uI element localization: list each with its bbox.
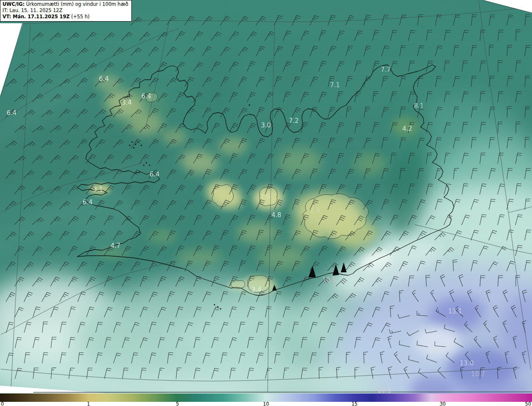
precipitation-colorbar <box>0 394 532 402</box>
colorbar-tick: 30 <box>440 401 446 406</box>
value-label: 4.8 <box>271 211 281 219</box>
lead-time-label: (+55 h) <box>70 14 90 20</box>
value-label: 4.7 <box>111 242 121 249</box>
value-label: 3.0 <box>261 122 271 129</box>
value-label: 7.2 <box>289 117 299 125</box>
weather-map-app: 6.46.43.46.43.07.27.77.18.14.23.16.46.44… <box>0 0 532 406</box>
colorbar-tick: 50 <box>525 401 531 406</box>
colorbar-tick: 0 <box>1 401 4 406</box>
value-label: 3.1 <box>93 186 103 193</box>
map-title-box: UWC/IG: Úrkomumætti (mm) og vindur i 100… <box>0 0 132 22</box>
title-line-parameter: UWC/IG: Úrkomumætti (mm) og vindur i 100… <box>2 1 128 7</box>
value-label: 7.1 <box>330 81 340 89</box>
value-label: 7.7 <box>381 66 391 73</box>
value-label: 6.4 <box>99 75 109 83</box>
colorbar-tick: 15 <box>352 401 358 406</box>
colorbar-tick: 1 <box>87 401 90 406</box>
value-label: 10.5 <box>429 347 442 355</box>
value-label: 6.4 <box>7 109 17 117</box>
value-label: 1.9 <box>260 193 270 201</box>
model-id-label: UWC/IG: <box>2 1 25 7</box>
value-label: 6.4 <box>141 93 151 100</box>
value-label: 6.4 <box>83 198 93 206</box>
colorbar-tick: 10 <box>263 401 269 406</box>
value-label: 3.4 <box>251 286 261 293</box>
value-label: 4.2 <box>402 125 412 132</box>
colorbar-tick-labels: 01510153050 <box>0 401 532 406</box>
value-label: 8.1 <box>414 102 424 110</box>
value-label: 10.5 <box>322 276 336 284</box>
value-label: 6.4 <box>150 171 160 178</box>
title-line-init-time: IT: Lau. 15. 11. 2025 12Z <box>2 7 128 14</box>
forecast-map: 6.46.43.46.43.07.27.77.18.14.23.16.46.44… <box>0 0 532 394</box>
value-label: 13.0 <box>460 360 473 367</box>
parameter-label: Úrkomumætti (mm) og vindur i 100m hæð <box>25 1 128 7</box>
value-label: 1.9 <box>310 207 320 214</box>
valid-time-label: VT: Mán. 17.11.2025 19Z <box>2 14 70 20</box>
map-canvas: 6.46.43.46.43.07.27.77.18.14.23.16.46.44… <box>0 0 532 394</box>
colorbar-tick: 5 <box>176 401 179 406</box>
title-line-valid-time: VT: Mán. 17.11.2025 19Z (+55 h) <box>2 14 128 20</box>
value-label: 13.1 <box>448 308 462 315</box>
value-label: 3.4 <box>122 99 132 106</box>
value-label: 10.1 <box>377 386 391 394</box>
value-label: 10.7 <box>471 370 485 378</box>
